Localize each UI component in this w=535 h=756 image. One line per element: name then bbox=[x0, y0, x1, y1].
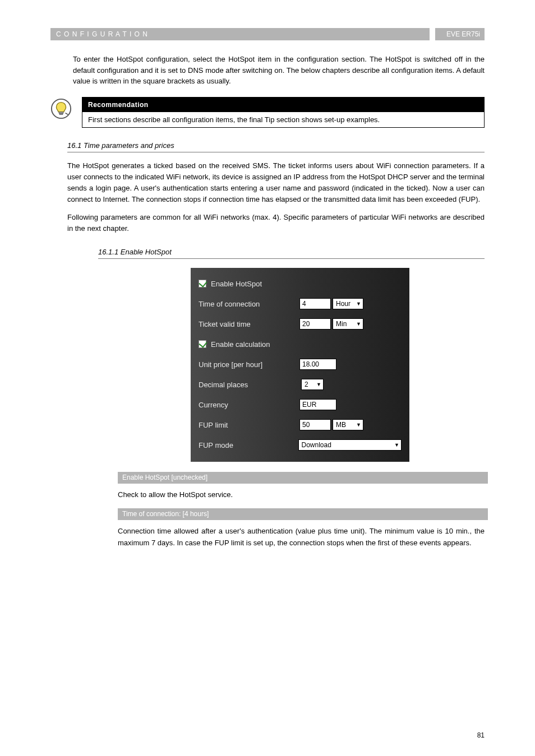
chevron-down-icon: ▼ bbox=[356, 301, 361, 307]
page-number: 81 bbox=[477, 731, 485, 739]
decimal-places-value: 2 bbox=[305, 381, 308, 388]
tip-box-header: Recommendation bbox=[82, 98, 484, 112]
section-heading-16-1: 16.1 Time parameters and prices bbox=[67, 141, 485, 150]
fup-limit-input[interactable] bbox=[299, 419, 331, 430]
tip-box: Recommendation First sections describe a… bbox=[82, 97, 485, 128]
svg-rect-2 bbox=[59, 113, 63, 114]
ticket-valid-label: Ticket valid time bbox=[199, 320, 299, 328]
hotspot-config-panel: Enable HotSpot Time of connection Hour ▼… bbox=[191, 268, 409, 462]
fup-mode-value: Download bbox=[302, 441, 331, 449]
fup-mode-label: FUP mode bbox=[199, 441, 297, 449]
enable-calculation-label: Enable calculation bbox=[211, 340, 270, 349]
chevron-down-icon: ▼ bbox=[356, 422, 361, 428]
ticket-valid-input[interactable] bbox=[299, 318, 331, 330]
currency-label: Currency bbox=[199, 401, 299, 409]
body-paragraph-2: Following parameters are common for all … bbox=[67, 212, 485, 234]
svg-line-3 bbox=[66, 113, 68, 114]
fup-limit-unit-select[interactable]: MB ▼ bbox=[333, 419, 363, 430]
section-title-bar: C O N F I G U R A T I O N bbox=[50, 28, 430, 40]
ticket-valid-unit-select[interactable]: Min ▼ bbox=[333, 318, 363, 330]
decimal-places-label: Decimal places bbox=[199, 381, 299, 389]
chevron-down-icon: ▼ bbox=[394, 442, 399, 448]
tip-box-body: First sections describe all configuratio… bbox=[82, 112, 484, 127]
param-time-of-connection-bar: Time of connection: [4 hours] bbox=[118, 508, 488, 520]
fup-limit-label: FUP limit bbox=[199, 421, 299, 429]
body-paragraph-1: The HotSpot generates a ticked based on … bbox=[67, 160, 485, 206]
param-time-of-connection-desc: Connection time allowed after a user's a… bbox=[118, 526, 485, 548]
chevron-down-icon: ▼ bbox=[356, 321, 361, 327]
time-of-connection-unit-select[interactable]: Hour ▼ bbox=[333, 298, 363, 309]
sub-heading-16-1-1: 16.1.1 Enable HotSpot bbox=[98, 248, 485, 256]
unit-price-label: Unit price [per hour] bbox=[199, 360, 299, 369]
model-bar: EVE ER75i bbox=[435, 28, 485, 40]
decimal-places-select[interactable]: 2 ▼ bbox=[301, 379, 324, 390]
chevron-down-icon: ▼ bbox=[316, 382, 321, 387]
currency-input[interactable] bbox=[299, 399, 336, 410]
enable-hotspot-label: Enable HotSpot bbox=[211, 280, 262, 288]
top-bar: C O N F I G U R A T I O N EVE ER75i bbox=[50, 28, 485, 40]
time-of-connection-input[interactable] bbox=[299, 298, 331, 309]
svg-rect-1 bbox=[59, 112, 63, 113]
time-of-connection-unit-value: Hour bbox=[336, 300, 350, 308]
enable-hotspot-checkbox[interactable] bbox=[199, 280, 206, 287]
time-of-connection-label: Time of connection bbox=[199, 300, 299, 308]
sub-section-rule bbox=[98, 258, 485, 259]
tip-lightbulb-icon bbox=[50, 98, 72, 119]
enable-calculation-checkbox[interactable] bbox=[199, 340, 206, 348]
section-rule bbox=[67, 152, 485, 152]
fup-limit-unit-value: MB bbox=[336, 421, 346, 429]
param-enable-hotspot-bar: Enable HotSpot [unchecked] bbox=[118, 472, 488, 484]
param-enable-hotspot-desc: Check to allow the HotSpot service. bbox=[118, 489, 485, 500]
fup-mode-select[interactable]: Download ▼ bbox=[298, 439, 402, 451]
intro-paragraph: To enter the HotSpot configuration, sele… bbox=[73, 54, 485, 87]
ticket-valid-unit-value: Min bbox=[336, 320, 347, 328]
unit-price-input[interactable] bbox=[299, 359, 336, 370]
